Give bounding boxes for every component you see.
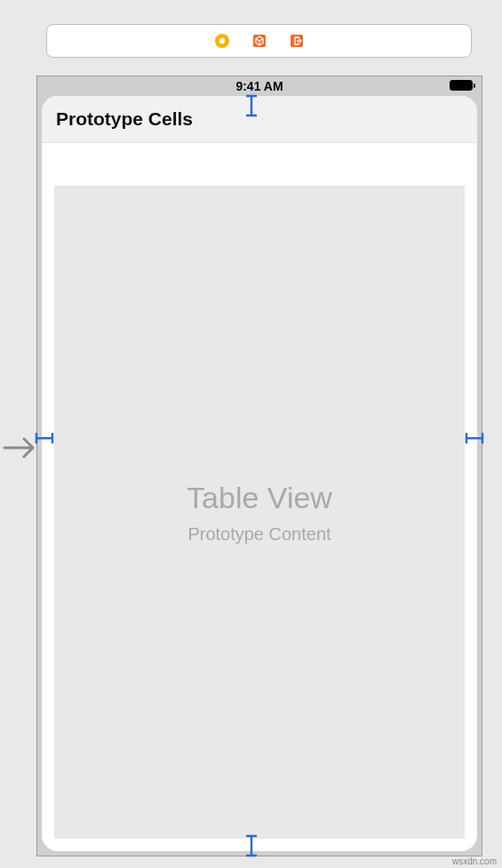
first-responder-icon[interactable]	[251, 32, 268, 50]
view-controller-icon[interactable]	[213, 32, 231, 50]
exit-icon[interactable]	[288, 32, 306, 50]
watermark: wsxdn.com	[452, 856, 497, 866]
constraint-handle-top[interactable]	[245, 94, 258, 121]
svg-point-1	[219, 38, 224, 44]
table-view-subtitle: Prototype Content	[187, 524, 331, 545]
constraint-handle-left[interactable]	[35, 432, 54, 448]
status-time: 9:41 AM	[235, 79, 283, 93]
table-view-title: Table View	[187, 481, 332, 515]
storyboard-entry-arrow[interactable]	[3, 434, 38, 466]
status-bar: 9:41 AM	[37, 76, 482, 96]
device-canvas[interactable]: 9:41 AM Prototype Cells Table View Proto…	[36, 76, 482, 856]
table-view-placeholder[interactable]: Table View Prototype Content	[54, 186, 465, 839]
battery-icon	[450, 80, 473, 91]
prototype-cells-header: Prototype Cells	[42, 96, 477, 143]
table-view-controller[interactable]: Prototype Cells Table View Prototype Con…	[42, 96, 477, 851]
prototype-cell[interactable]	[42, 143, 477, 186]
constraint-handle-right[interactable]	[465, 432, 484, 448]
constraint-handle-bottom[interactable]	[245, 834, 258, 861]
scene-toolbar	[46, 24, 472, 58]
